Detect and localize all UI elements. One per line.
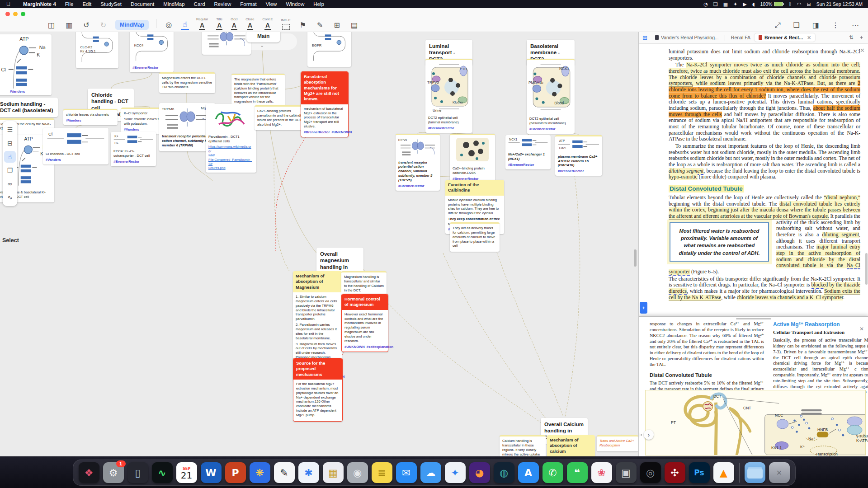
highlight-yellow[interactable]: twice as much chloride must also exit th… [690,68,860,75]
dock-notes-pen[interactable]: ✎ [274,462,295,483]
tab-close-icon[interactable]: ✕ [807,35,811,40]
library-icon[interactable]: ▥ [64,21,74,30]
format-button-occl[interactable]: OcclA [230,17,238,30]
card-tag[interactable]: #BrennerRector [132,66,158,70]
card-kcc4-cotransporter[interactable]: K+Cl-KCC4: K+-Cl- cotransporter - DCT ce… [111,132,156,166]
card-layout-icon[interactable]: ⊟ [4,137,16,149]
card-egfr-cell[interactable]: EGFR [307,32,351,67]
tab-sort-icon[interactable]: ⇅ [849,34,854,41]
dock-iphone-mirroring[interactable]: ▯ [127,462,148,483]
wifi-icon[interactable]: ◠ [797,1,802,7]
flag-mark-icon[interactable]: ⚑ [298,21,308,30]
apple-menu-icon[interactable]:  [6,1,10,7]
canvas-scrollbar[interactable] [634,249,637,267]
card-mechanism-ca[interactable]: Mechanism of absorption of calcium1. Cal… [547,435,595,456]
card-hormonal-control[interactable]: Hormonal control of magnesiumHowever exa… [341,294,388,352]
main-node[interactable]: Main [246,32,280,42]
tab-brenner-rect-[interactable]: Brenner & Rect...✕ [755,33,815,42]
hand-pointer-icon[interactable]: ☝ [4,151,16,163]
bookmark-save-icon[interactable]: ◨ [811,21,821,30]
card-tag[interactable]: #UNKNOWN [344,345,365,349]
outline-list-icon[interactable]: ☰ [4,124,16,136]
card-mg-binds-parvalbumin[interactable]: The magnesium that enters binds with the… [231,74,285,108]
card-calbindin-d28k[interactable]: Ca2+-binding protein calbindin-D28K#Bren… [450,134,495,183]
window-controls[interactable] [5,12,25,16]
dock-trash[interactable]: ✕ [769,462,790,483]
card-tag[interactable]: #Vanders [124,127,139,131]
dock-ekg-monitor[interactable]: ∿ [152,462,173,483]
dock-system-settings[interactable]: ⚙1 [103,462,124,483]
close-window-button[interactable] [5,12,10,16]
card-tag[interactable]: #BrennerRector [558,169,584,173]
menu-item-window[interactable]: Window [281,1,309,7]
pane-grid-icon[interactable]: ⊞ [642,34,647,41]
hand-select-icon[interactable]: ☝ [181,20,189,30]
dock-orb-app[interactable]: ◉ [347,462,368,483]
dock-launchpad[interactable]: ❖ [79,462,99,483]
tab-renal-fa[interactable]: Renal FA [727,33,755,42]
dock-earth-browser[interactable]: ◍ [494,462,514,483]
highlight-yellow[interactable]: “distal nephron,” [824,195,860,201]
dock-safari[interactable]: ✦ [445,462,466,483]
card-tag[interactable]: #Vanders [66,118,81,122]
window-tiling-icon[interactable]: ▦ [723,1,728,7]
card-trpv5[interactable]: TRPV5transient receptor potential cation… [396,134,440,191]
dock-vlc[interactable]: ▲ [713,462,734,483]
card-tag[interactable]: #BrennerRector [398,184,424,188]
dock-freeform[interactable]: ▦ [323,462,344,483]
dock-downloads-folder[interactable] [745,462,765,483]
format-button-cloze[interactable]: ClozeA [245,17,255,30]
card-dct2-luminal[interactable]: PTHTRPV5KlothoUrineDCT2 epithelial cell … [425,59,472,133]
card-pmca1b[interactable]: ATPCa2+plasma membrane Ca2+-ATPase isofo… [555,135,602,176]
menu-item-view[interactable]: View [261,1,282,7]
fit-view-icon[interactable]: ⤢ [773,21,783,30]
dock-screenshot-tool[interactable]: ▣ [616,462,637,483]
sidebar-toggle-icon[interactable]: ◫ [46,21,57,30]
dock-calendar[interactable]: SEP21 [176,462,197,483]
dock-acrobat[interactable]: ✣ [665,462,685,483]
card-link[interactable]: File:Conserved_Parvalbumin_Str [208,158,254,166]
card-dct2-basolateral[interactable]: NCX1PMCA1bBloodDCT2 epithelial cell (bas… [527,59,575,134]
menu-item-review[interactable]: Review [210,1,236,7]
bluetooth-icon[interactable]: ᛒ [788,1,792,7]
link-icon[interactable]: ∞ [4,178,16,190]
more-vertical-icon[interactable]: ⋮ [830,21,841,30]
main-node-collapse-icon[interactable]: ⌄ [260,42,264,48]
dock-app-store[interactable]: A [518,462,539,483]
dock-photoshop[interactable]: Ps [689,462,710,483]
card-basolateral-unknown[interactable]: Basolateral absorption mechanisms for Mg… [301,71,349,137]
overlay-drag-handle[interactable] [736,318,771,319]
screen-record-icon[interactable]: ◔ [703,1,708,7]
card-link[interactable]: wiki/ [208,153,254,157]
dock-firefox[interactable]: ◕ [469,462,490,483]
image-frame-icon[interactable]: ▤ [349,21,359,30]
menu-item-card[interactable]: Card [189,1,210,7]
card-tag[interactable]: #UNKNOWN [331,130,352,134]
dock-photos[interactable]: ❀ [591,462,612,483]
card-delivery-trucks[interactable]: They act as delivery trucks for calcium,… [450,222,500,252]
user-switch-icon[interactable]: ⊟ [807,1,811,7]
menu-item-file[interactable]: File [61,1,78,7]
card-ncx1[interactable]: NCX1Na+/Ca2+ exchanger 1 (NCX1)#BrennerR… [505,135,551,169]
card-sodium-handling-title[interactable]: Sodium handling - DCT cell (basolateral) [0,98,58,117]
card-mg-enters-trpm6[interactable]: Magnesium enters the DCT1 cells by the m… [159,72,215,93]
card-tag[interactable]: #BrennerRector [113,160,139,164]
card-link[interactable]: uctures.png [208,166,254,170]
dock-word[interactable]: W [201,462,222,483]
highlight-yellow[interactable]: of Bowman's capsule. [783,213,829,220]
card-cell-diagram-clck[interactable]: CLC-K2Kir 4.1/5.1 [76,32,118,68]
menu-item-help[interactable]: Help [309,1,329,7]
card-chloride-channels[interactable]: chloride leaves via channels#Vanders [63,109,118,125]
undo-icon[interactable]: ↺ [81,21,91,30]
format-button-title[interactable]: TitleA [215,17,223,30]
more-horizontal-icon[interactable]: ⋯ [850,21,861,30]
card-tag[interactable]: #BrennerRector [508,163,534,167]
text-frame-icon[interactable]: ⊞ [332,21,341,30]
doc-outline-icon[interactable]: ❏ [792,21,802,30]
minimize-window-button[interactable] [13,12,18,16]
menu-item-format[interactable]: Format [236,1,261,7]
zoom-window-button[interactable] [21,12,25,16]
card-tag[interactable]: #BrennerRector [304,130,330,134]
card-parvalbumin-image[interactable]: Parvalbumin - DCT1 epithelial cellshttps… [206,104,256,173]
card-link[interactable]: https://commons.wikimedia.org/ [208,145,254,153]
